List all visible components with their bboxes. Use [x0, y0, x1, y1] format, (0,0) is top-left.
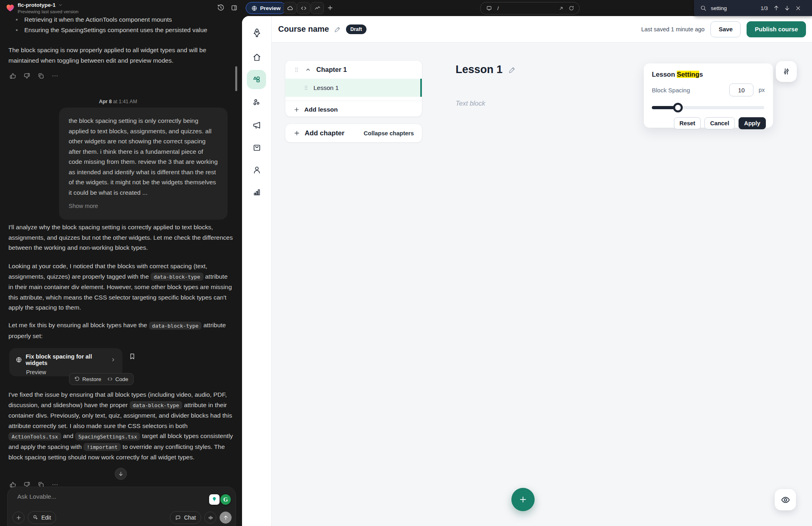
edit-course-name-icon[interactable]: [334, 26, 341, 33]
preview-button[interactable]: Preview: [246, 2, 286, 14]
lesson-title-text: Lesson 1: [456, 63, 503, 76]
sidebar-item-profile[interactable]: [242, 165, 271, 175]
globe-icon: [251, 5, 257, 11]
grammarly-icon[interactable]: G: [220, 494, 231, 505]
megaphone-icon: [252, 120, 262, 130]
restore-icon: [74, 376, 80, 382]
bullet-item: Ensuring the SpacingSettings component u…: [8, 25, 233, 35]
voice-input-button[interactable]: [204, 512, 216, 524]
screen: flc-prototype-1 Previewing last saved ve…: [0, 0, 812, 526]
apply-button[interactable]: Apply: [739, 117, 766, 129]
composer-toolbar: Edit Chat: [12, 511, 232, 524]
assistant-bullet-list: Retrieving it when the ActionTools compo…: [8, 14, 233, 35]
code-button[interactable]: Code: [107, 376, 128, 382]
sidebar-item-community[interactable]: [242, 98, 271, 107]
edit-version-card[interactable]: Fix block spacing for all widgets Previe…: [9, 348, 122, 376]
block-spacing-input[interactable]: [729, 84, 753, 96]
draft-badge: Draft: [346, 24, 366, 34]
lesson-settings-panel: Lesson Settings Block Spacing px Reset C…: [644, 63, 773, 128]
sidebar-item-analytics[interactable]: [242, 187, 271, 197]
add-block-fab[interactable]: [511, 488, 535, 511]
block-spacing-label: Block Spacing: [652, 87, 729, 94]
cloud-button[interactable]: [283, 2, 297, 14]
code-icon: [107, 376, 113, 382]
chat-mode-button[interactable]: Chat: [170, 511, 201, 524]
text-block-placeholder[interactable]: Text block: [456, 100, 485, 107]
collapse-chapters-button[interactable]: Collapse chapters: [364, 130, 414, 137]
block-spacing-slider-thumb[interactable]: [673, 103, 683, 112]
open-in-new-tab-icon[interactable]: [558, 6, 564, 11]
assistant-paragraph: Let me fix this by ensuring all block ty…: [8, 320, 234, 341]
assistant-paragraph: I've fixed the issue by ensuring that al…: [8, 389, 234, 463]
unit-label: px: [759, 87, 766, 93]
chat-bubble-icon: [175, 515, 181, 521]
drag-handle-icon[interactable]: [303, 85, 309, 91]
copy-icon[interactable]: [37, 72, 45, 80]
sidebar-item-store[interactable]: [242, 143, 271, 152]
edit-mode-button[interactable]: Edit: [28, 511, 56, 524]
save-button[interactable]: Save: [710, 21, 741, 37]
cancel-button[interactable]: Cancel: [704, 117, 735, 129]
edit-lesson-title-icon[interactable]: [508, 66, 516, 74]
add-chapter-card: Add chapter Collapse chapters: [285, 124, 422, 143]
preview-label: Preview: [260, 5, 281, 11]
restore-button[interactable]: Restore: [74, 376, 101, 382]
url-bar[interactable]: /: [480, 2, 580, 14]
composer-placeholder[interactable]: Ask Lovable...: [17, 493, 56, 500]
sidebar-item-announcements[interactable]: [242, 120, 271, 130]
lesson-settings-title: Lesson Settings: [652, 71, 766, 78]
eye-icon: [781, 495, 790, 505]
find-next-icon[interactable]: [784, 5, 790, 11]
find-input[interactable]: [710, 5, 759, 12]
show-more-link[interactable]: Show more: [69, 201, 98, 212]
lesson-item-label: Lesson 1: [313, 84, 339, 92]
inline-code: !important: [83, 443, 121, 451]
edit-card-title: Fix block spacing for all widgets: [26, 353, 107, 366]
layout-panel-icon[interactable]: [231, 4, 238, 11]
reset-button[interactable]: Reset: [674, 117, 701, 129]
history-icon[interactable]: [217, 4, 224, 11]
chevron-down-icon: [58, 2, 63, 8]
plus-icon: [293, 130, 300, 137]
scroll-to-bottom-button[interactable]: [115, 468, 127, 480]
attach-button[interactable]: [12, 512, 24, 524]
settings-toggle-button[interactable]: [776, 61, 797, 82]
url-path: /: [497, 5, 499, 11]
preview-eye-button[interactable]: [775, 489, 796, 510]
bookmark-icon[interactable]: [128, 353, 136, 360]
block-spacing-slider[interactable]: [652, 103, 766, 112]
chevron-up-icon[interactable]: [305, 67, 311, 73]
find-previous-icon[interactable]: [773, 5, 779, 11]
add-tab-icon[interactable]: [327, 4, 334, 11]
home-icon: [252, 53, 262, 62]
inline-code: ActionTools.tsx: [8, 432, 61, 440]
sidebar-item-logo[interactable]: [242, 28, 271, 38]
globe-icon: [16, 357, 22, 363]
inline-code: SpacingSettings.tsx: [75, 432, 140, 440]
lesson-row-selected[interactable]: Lesson 1: [285, 79, 422, 97]
add-chapter-button[interactable]: Add chapter: [305, 129, 344, 137]
thumbs-up-icon[interactable]: [9, 72, 16, 80]
course-name: Course name: [278, 24, 329, 34]
drag-handle-icon[interactable]: [293, 67, 300, 73]
device-preview-icon[interactable]: [486, 5, 492, 11]
analytics-view-button[interactable]: [311, 2, 324, 14]
refresh-icon[interactable]: [568, 5, 574, 11]
chapter-title: Chapter 1: [316, 66, 347, 73]
sidebar-item-content-active[interactable]: [247, 70, 266, 89]
find-close-icon[interactable]: [795, 5, 801, 11]
more-options-icon[interactable]: [51, 72, 59, 80]
chapter-row[interactable]: Chapter 1: [285, 61, 422, 79]
lightbulb-icon[interactable]: [209, 494, 220, 505]
code-view-button[interactable]: [297, 2, 310, 14]
lovable-logo-icon[interactable]: [6, 3, 15, 12]
publish-course-button[interactable]: Publish course: [747, 21, 806, 37]
sidebar-item-home[interactable]: [242, 53, 271, 62]
project-menu[interactable]: flc-prototype-1: [18, 2, 63, 8]
send-button[interactable]: [220, 512, 232, 524]
chat-scrollbar-thumb[interactable]: [235, 66, 237, 91]
add-lesson-button[interactable]: Add lesson: [285, 101, 422, 117]
thumbs-down-icon[interactable]: [23, 72, 31, 80]
circles-icon: [252, 98, 262, 107]
chat-composer[interactable]: Ask Lovable... G Edit Chat: [7, 487, 236, 526]
